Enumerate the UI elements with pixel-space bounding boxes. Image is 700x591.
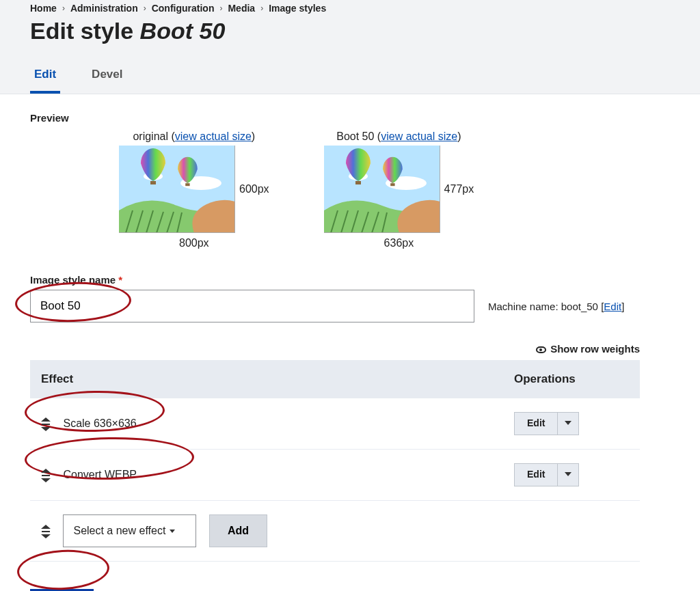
edit-op-label: Edit: [515, 413, 557, 435]
machine-name-text: Machine name: boot_50 [Edit]: [488, 301, 624, 312]
machine-name-value: boot_50: [561, 301, 598, 312]
tab-devel[interactable]: Devel: [88, 61, 126, 94]
new-effect-select[interactable]: Select a new effect: [63, 514, 196, 547]
page-title-name: Boot 50: [140, 18, 226, 44]
preview-styled: Boot 50 (view actual size): [324, 130, 474, 249]
preview-original-label: original: [133, 130, 168, 142]
table-row: Scale 636×636 Edit: [30, 398, 640, 450]
preview-styled-width: 636px: [324, 237, 474, 249]
chevron-down-icon: [565, 472, 571, 476]
drag-handle-icon[interactable]: [41, 470, 52, 481]
page-title-prefix: Edit style: [30, 18, 140, 44]
view-actual-size-link[interactable]: view actual size: [175, 130, 252, 142]
svg-rect-10: [185, 183, 189, 186]
new-effect-select-label: Select a new effect: [73, 525, 165, 537]
effect-label: Scale 636×636: [63, 417, 136, 429]
row-operations-button[interactable]: Edit: [514, 412, 579, 435]
view-actual-size-link[interactable]: view actual size: [381, 130, 457, 142]
chevron-right-icon: ›: [144, 3, 146, 13]
row-operations-button[interactable]: Edit: [514, 463, 579, 486]
preview-styled-height: 477px: [444, 183, 474, 195]
tab-edit[interactable]: Edit: [30, 61, 60, 94]
show-row-weights[interactable]: Show row weights: [30, 343, 640, 355]
table-row: Select a new effect Add: [30, 501, 640, 562]
add-effect-button[interactable]: Add: [209, 514, 267, 547]
chevron-right-icon: ›: [62, 3, 65, 13]
preview-styled-label: Boot 50: [336, 130, 374, 142]
preview-heading: Preview: [30, 112, 640, 124]
svg-rect-21: [390, 183, 394, 186]
svg-rect-9: [150, 181, 156, 184]
preview-original-height: 600px: [239, 183, 269, 195]
page-title: Edit style Boot 50: [30, 18, 670, 44]
effect-label: Convert WEBP: [63, 469, 137, 480]
breadcrumb: Home› Administration› Configuration› Med…: [30, 0, 670, 16]
effects-table: Effect Operations Scale 636×636 Edit: [30, 360, 640, 562]
image-style-name-input[interactable]: [30, 290, 474, 322]
machine-name-prefix: Machine name:: [488, 301, 561, 312]
col-effect: Effect: [30, 360, 503, 398]
preview-styled-thumb: [324, 146, 440, 233]
preview-original-width: 800px: [119, 237, 269, 249]
breadcrumb-item[interactable]: Media: [228, 3, 255, 14]
chevron-down-icon: [565, 421, 571, 425]
svg-rect-20: [355, 181, 361, 184]
breadcrumb-item[interactable]: Home: [30, 3, 57, 14]
breadcrumb-item[interactable]: Image styles: [269, 3, 326, 14]
machine-name-edit-link[interactable]: Edit: [604, 301, 621, 312]
drag-handle-icon[interactable]: [41, 419, 52, 430]
operations-dropdown-toggle[interactable]: [557, 413, 578, 435]
chevron-right-icon: ›: [219, 3, 222, 13]
required-marker: *: [116, 274, 122, 286]
preview-original-thumb: [119, 146, 235, 233]
table-row: Convert WEBP Edit: [30, 450, 640, 501]
image-style-name-label: Image style name: [30, 274, 116, 286]
edit-op-label: Edit: [515, 464, 557, 486]
operations-dropdown-toggle[interactable]: [557, 464, 578, 486]
col-operations: Operations: [503, 360, 640, 398]
drag-handle-icon[interactable]: [41, 526, 52, 537]
preview-original: original (view actual size): [119, 130, 269, 249]
chevron-right-icon: ›: [260, 3, 263, 13]
breadcrumb-item[interactable]: Administration: [70, 3, 138, 14]
breadcrumb-item[interactable]: Configuration: [152, 3, 215, 14]
chevron-down-icon: [170, 530, 175, 533]
eye-icon: [536, 346, 546, 353]
show-row-weights-label: Show row weights: [550, 343, 640, 355]
